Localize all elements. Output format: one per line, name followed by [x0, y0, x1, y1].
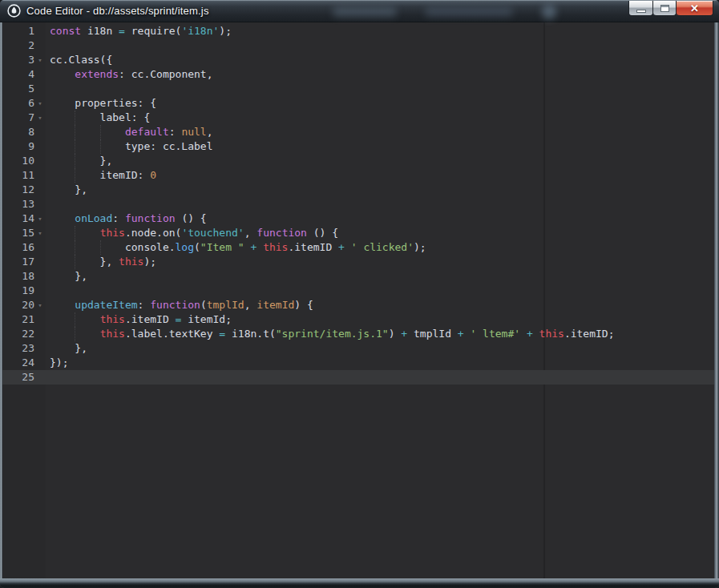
code-line[interactable]: },	[46, 341, 714, 356]
gutter-row[interactable]: 2	[2, 38, 46, 53]
code-line[interactable]: cc.Class({	[46, 53, 714, 67]
gutter-row[interactable]: 19	[2, 284, 46, 298]
code-token: this	[539, 328, 564, 340]
gutter-row[interactable]: 24	[2, 356, 46, 370]
code-line[interactable]	[46, 197, 714, 211]
code-token	[50, 299, 75, 311]
code-token: this	[100, 328, 125, 340]
gutter-row[interactable]: 21	[2, 312, 46, 327]
code-token: this	[100, 227, 125, 239]
fold-toggle-icon[interactable]: ▾	[34, 211, 46, 226]
code-token: .itemID;	[564, 328, 615, 340]
gutter-row[interactable]: 5	[2, 82, 46, 96]
code-line[interactable]: this.itemID = itemId;	[46, 312, 714, 327]
code-token: function	[256, 227, 307, 239]
code-line[interactable]: itemID: 0	[46, 168, 714, 183]
gutter-row[interactable]: 12	[2, 183, 46, 197]
gutter[interactable]: 123▾456▾7▾891011121314▾15▾1617181920▾212…	[2, 22, 46, 578]
gutter-row[interactable]: 10	[2, 154, 46, 168]
code-token: 'touchend'	[181, 227, 244, 239]
code-line[interactable]: this.node.on('touchend', function () {	[46, 226, 714, 240]
fold-spacer	[34, 24, 46, 38]
code-token: +	[338, 241, 345, 253]
line-number: 10	[2, 154, 34, 168]
code-line[interactable]: updateItem: function(tmplId, itemId) {	[46, 298, 714, 312]
line-number: 9	[2, 139, 34, 154]
code-editor[interactable]: 123▾456▾7▾891011121314▾15▾1617181920▾212…	[2, 22, 714, 578]
gutter-row[interactable]: 11	[2, 168, 46, 183]
gutter-row[interactable]: 22	[2, 327, 46, 341]
gutter-row[interactable]: 18	[2, 269, 46, 284]
code-line[interactable]	[46, 370, 714, 385]
window-border-left	[0, 22, 2, 578]
indent-guide	[75, 327, 75, 341]
fold-spacer	[34, 197, 46, 211]
gutter-row[interactable]: 9	[2, 139, 46, 154]
code-line[interactable]: const i18n = require('i18n');	[46, 24, 714, 38]
gutter-row[interactable]: 1	[2, 24, 46, 38]
line-number: 13	[2, 197, 34, 211]
code-token: :	[112, 212, 125, 224]
gutter-row[interactable]: 14▾	[2, 211, 46, 226]
code-line[interactable]	[46, 38, 714, 53]
code-line[interactable]: this.label.textKey = i18n.t("sprint/item…	[46, 327, 714, 341]
indent-guide	[100, 125, 101, 139]
fold-toggle-icon[interactable]: ▾	[34, 53, 46, 67]
titlebar-glass-reflection	[333, 7, 397, 17]
gutter-row[interactable]: 6▾	[2, 96, 46, 111]
gutter-row[interactable]: 4	[2, 67, 46, 82]
code-line[interactable]: default: null,	[46, 125, 714, 139]
code-line[interactable]	[46, 82, 714, 96]
gutter-row[interactable]: 16	[2, 240, 46, 255]
minimize-button[interactable]	[628, 1, 653, 16]
code-line[interactable]: type: cc.Label	[46, 139, 714, 154]
code-token: extends	[75, 68, 119, 80]
fold-toggle-icon[interactable]: ▾	[34, 111, 46, 125]
code-token: },	[50, 183, 87, 195]
code-line[interactable]: console.log("Item " + this.itemID + ' cl…	[46, 240, 714, 255]
fold-toggle-icon[interactable]: ▾	[34, 96, 46, 111]
code-line[interactable]: },	[46, 269, 714, 284]
gutter-row[interactable]: 23	[2, 341, 46, 356]
gutter-row[interactable]: 7▾	[2, 111, 46, 125]
code-line[interactable]: label: {	[46, 111, 714, 125]
code-token: .itemID	[125, 313, 176, 325]
code-line[interactable]: extends: cc.Component,	[46, 67, 714, 82]
line-number: 23	[2, 341, 34, 356]
line-number: 3	[2, 53, 34, 67]
line-number: 7	[2, 111, 34, 125]
code-line[interactable]: },	[46, 154, 714, 168]
close-button[interactable]: ✕	[677, 1, 713, 16]
code-line[interactable]: }, this);	[46, 255, 714, 269]
code-line[interactable]: });	[46, 356, 714, 370]
indent-guide	[75, 111, 75, 125]
code-line[interactable]: },	[46, 183, 714, 197]
code-line[interactable]: onLoad: function () {	[46, 211, 714, 226]
code-token: );	[143, 256, 156, 268]
fold-toggle-icon[interactable]: ▾	[34, 298, 46, 312]
code-token: ,	[207, 126, 213, 138]
gutter-row[interactable]: 25	[2, 370, 46, 385]
code-area[interactable]: const i18n = require('i18n');cc.Class({ …	[46, 22, 714, 578]
gutter-row[interactable]: 8	[2, 125, 46, 139]
code-token: 'i18n'	[181, 25, 219, 37]
titlebar[interactable]: Code Editor - db://assets/sprint/item.js…	[0, 0, 719, 22]
code-token: default	[125, 126, 169, 138]
code-token: +	[458, 328, 464, 340]
code-token: :	[138, 299, 151, 311]
code-line[interactable]: properties: {	[46, 96, 714, 111]
fold-toggle-icon[interactable]: ▾	[34, 226, 46, 240]
gutter-row[interactable]: 13	[2, 197, 46, 211]
code-token: (	[194, 241, 200, 253]
line-number: 16	[2, 240, 34, 255]
gutter-row[interactable]: 3▾	[2, 53, 46, 67]
code-line[interactable]	[46, 284, 714, 298]
line-number: 18	[2, 269, 34, 284]
code-token: =	[119, 25, 125, 37]
gutter-row[interactable]: 15▾	[2, 226, 46, 240]
window-border-right	[714, 22, 719, 578]
line-number: 21	[2, 312, 34, 327]
maximize-button[interactable]	[653, 1, 677, 16]
gutter-row[interactable]: 17	[2, 255, 46, 269]
gutter-row[interactable]: 20▾	[2, 298, 46, 312]
